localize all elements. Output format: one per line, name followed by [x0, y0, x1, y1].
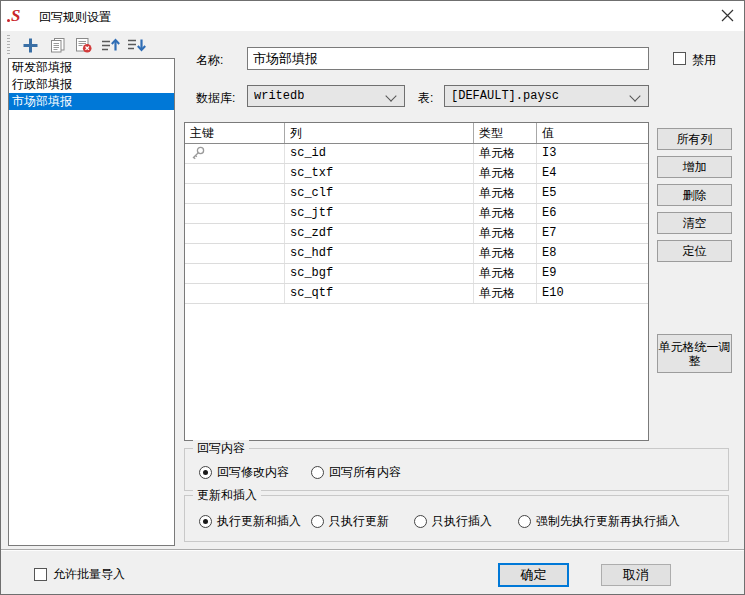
disable-checkbox[interactable] — [673, 51, 686, 69]
primary-key-icon — [185, 144, 285, 163]
add-row-button[interactable]: 增加 — [657, 156, 732, 178]
table-row[interactable]: sc_txf单元格E4 — [185, 164, 648, 184]
list-item[interactable]: 行政部填报 — [9, 76, 174, 93]
radio-selected-icon — [199, 515, 212, 528]
mapping-table-header: 主键 列 类型 值 — [185, 123, 648, 144]
col-header-type: 类型 — [474, 123, 537, 143]
table-row[interactable]: sc_jtf单元格E6 — [185, 204, 648, 224]
database-select[interactable]: writedb — [247, 85, 405, 107]
radio-label: 执行更新和插入 — [217, 513, 301, 530]
value-cell: E4 — [537, 164, 648, 183]
col-header-primary-key: 主键 — [185, 123, 285, 143]
table-row[interactable]: sc_hdf单元格E8 — [185, 244, 648, 264]
radio-option[interactable]: 只执行插入 — [414, 513, 492, 530]
list-item[interactable]: 市场部填报 — [9, 93, 174, 110]
table-select[interactable]: [DEFAULT].paysc — [444, 85, 649, 107]
radio-option[interactable]: 强制先执行更新再执行插入 — [518, 513, 680, 530]
column-cell: sc_hdf — [285, 244, 474, 263]
table-row[interactable]: sc_zdf单元格E7 — [185, 224, 648, 244]
footer-separator — [1, 549, 745, 551]
ok-button[interactable]: 确定 — [498, 563, 569, 587]
value-cell: E6 — [537, 204, 648, 223]
value-cell: E7 — [537, 224, 648, 243]
table-value: [DEFAULT].paysc — [451, 89, 559, 103]
type-cell: 单元格 — [474, 244, 537, 263]
database-value: writedb — [254, 89, 304, 103]
type-cell: 单元格 — [474, 184, 537, 203]
type-cell: 单元格 — [474, 164, 537, 183]
writeback-content-title: 回写内容 — [193, 440, 249, 457]
column-cell: sc_txf — [285, 164, 474, 183]
close-icon[interactable] — [708, 1, 745, 30]
primary-key-cell — [185, 244, 285, 263]
window-title: 回写规则设置 — [39, 9, 111, 26]
chevron-down-icon — [629, 90, 640, 101]
batch-import-checkbox[interactable]: 允许批量导入 — [34, 566, 125, 583]
copy-icon[interactable] — [45, 34, 70, 56]
cancel-button[interactable]: 取消 — [601, 564, 671, 586]
column-cell: sc_id — [285, 144, 474, 163]
primary-key-cell — [185, 284, 285, 303]
column-cell: sc_jtf — [285, 204, 474, 223]
radio-option[interactable]: 只执行更新 — [311, 513, 389, 530]
clear-button[interactable]: 清空 — [657, 212, 732, 234]
radio-option[interactable]: 回写修改内容 — [199, 464, 289, 481]
disable-label: 禁用 — [692, 52, 716, 69]
cell-adjust-button[interactable]: 单元格统一调整 — [657, 334, 732, 373]
move-up-icon[interactable] — [98, 34, 123, 56]
primary-key-cell — [185, 264, 285, 283]
primary-key-cell — [185, 184, 285, 203]
add-icon[interactable] — [18, 34, 43, 56]
primary-key-cell — [185, 204, 285, 223]
update-insert-group: 更新和插入 执行更新和插入只执行更新只执行插入强制先执行更新再执行插入 — [184, 495, 729, 542]
writeback-content-group: 回写内容 回写修改内容回写所有内容 — [184, 448, 729, 491]
mapping-table: 主键 列 类型 值 sc_id单元格I3sc_txf单元格E4sc_clf单元格… — [184, 122, 649, 441]
delete-row-button[interactable]: 删除 — [657, 184, 732, 206]
toolbar-grip[interactable] — [7, 35, 10, 55]
type-cell: 单元格 — [474, 264, 537, 283]
col-header-column: 列 — [285, 123, 474, 143]
type-cell: 单元格 — [474, 204, 537, 223]
radio-selected-icon — [199, 466, 212, 479]
primary-key-cell — [185, 164, 285, 183]
list-item[interactable]: 研发部填报 — [9, 59, 174, 76]
locate-button[interactable]: 定位 — [657, 240, 732, 262]
type-cell: 单元格 — [474, 224, 537, 243]
all-columns-button[interactable]: 所有列 — [657, 128, 732, 150]
radio-icon — [414, 515, 427, 528]
database-label: 数据库: — [196, 90, 235, 107]
table-row[interactable]: sc_qtf单元格E10 — [185, 284, 648, 304]
table-row[interactable]: sc_id单元格I3 — [185, 144, 648, 164]
writeback-rules-dialog: S 回写规则设置 研发部填报行政部填报市场部填报 名称: 禁用 数据库: wri… — [0, 0, 745, 595]
update-insert-title: 更新和插入 — [193, 487, 261, 504]
type-cell: 单元格 — [474, 144, 537, 163]
mapping-table-body: sc_id单元格I3sc_txf单元格E4sc_clf单元格E5sc_jtf单元… — [185, 144, 648, 304]
column-cell: sc_qtf — [285, 284, 474, 303]
rule-list-toolbar — [6, 33, 176, 57]
checkbox-icon — [673, 52, 686, 65]
table-row[interactable]: sc_clf单元格E5 — [185, 184, 648, 204]
column-cell: sc_bgf — [285, 264, 474, 283]
radio-label: 只执行插入 — [432, 513, 492, 530]
table-row[interactable]: sc_bgf单元格E9 — [185, 264, 648, 284]
titlebar: S 回写规则设置 — [1, 1, 744, 31]
radio-label: 强制先执行更新再执行插入 — [536, 513, 680, 530]
name-label: 名称: — [196, 52, 223, 69]
move-down-icon[interactable] — [124, 34, 149, 56]
checkbox-icon — [34, 568, 47, 581]
rule-list: 研发部填报行政部填报市场部填报 — [8, 58, 175, 546]
column-cell: sc_zdf — [285, 224, 474, 243]
batch-import-label: 允许批量导入 — [53, 566, 125, 583]
radio-option[interactable]: 执行更新和插入 — [199, 513, 301, 530]
value-cell: E8 — [537, 244, 648, 263]
delete-icon[interactable] — [71, 34, 96, 56]
radio-option[interactable]: 回写所有内容 — [311, 464, 401, 481]
name-input[interactable] — [247, 47, 649, 70]
col-header-value: 值 — [537, 123, 648, 143]
column-cell: sc_clf — [285, 184, 474, 203]
app-logo-icon: S — [11, 6, 20, 26]
radio-label: 回写修改内容 — [217, 464, 289, 481]
radio-label: 只执行更新 — [329, 513, 389, 530]
table-label: 表: — [418, 90, 433, 107]
chevron-down-icon — [385, 90, 396, 101]
